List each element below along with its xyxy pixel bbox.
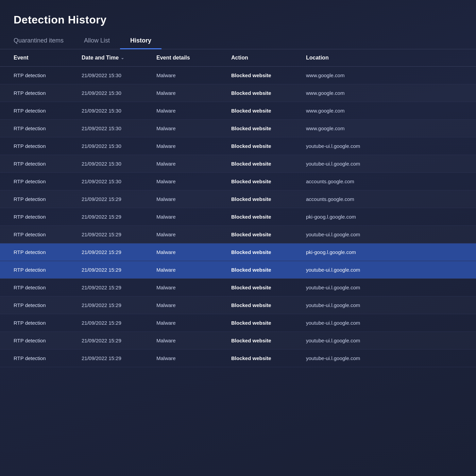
cell-event: RTP detection [14,108,82,114]
cell-action: Blocked website [231,285,306,290]
cell-action: Blocked website [231,143,306,149]
table-row[interactable]: RTP detection 21/09/2022 15:29 Malware B… [0,261,476,279]
cell-action: Blocked website [231,232,306,237]
cell-action: Blocked website [231,214,306,220]
cell-action: Blocked website [231,72,306,78]
cell-location: accounts.google.com [306,178,462,184]
cell-location: pki-goog.l.google.com [306,249,462,255]
cell-event: RTP detection [14,267,82,273]
table-row[interactable]: RTP detection 21/09/2022 15:29 Malware B… [0,332,476,350]
cell-details: Malware [156,355,231,361]
cell-datetime: 21/09/2022 15:29 [82,302,156,308]
cell-details: Malware [156,125,231,131]
cell-location: www.google.com [306,72,462,78]
cell-action: Blocked website [231,302,306,308]
cell-action: Blocked website [231,267,306,273]
cell-location: youtube-ui.l.google.com [306,320,462,326]
cell-action: Blocked website [231,338,306,343]
tabs-container: Quarantined items Allow List History [0,33,476,49]
cell-details: Malware [156,178,231,184]
cell-details: Malware [156,320,231,326]
cell-details: Malware [156,338,231,343]
cell-location: youtube-ui.l.google.com [306,143,462,149]
cell-details: Malware [156,232,231,237]
table-body: RTP detection 21/09/2022 15:30 Malware B… [0,67,476,367]
cell-action: Blocked website [231,320,306,326]
column-header-event: Event [14,55,82,61]
cell-location: www.google.com [306,125,462,131]
cell-event: RTP detection [14,125,82,131]
tab-allowlist[interactable]: Allow List [74,33,120,49]
table-row[interactable]: RTP detection 21/09/2022 15:29 Malware B… [0,279,476,296]
table-row[interactable]: RTP detection 21/09/2022 15:29 Malware B… [0,226,476,243]
column-header-datetime[interactable]: Date and Time ⌄ [82,55,156,61]
cell-location: www.google.com [306,90,462,96]
cell-event: RTP detection [14,214,82,220]
table-row[interactable]: RTP detection 21/09/2022 15:30 Malware B… [0,155,476,173]
cell-event: RTP detection [14,196,82,202]
table-row[interactable]: RTP detection 21/09/2022 15:29 Malware B… [0,314,476,332]
table-row[interactable]: RTP detection 21/09/2022 15:29 Malware B… [0,190,476,208]
table-row[interactable]: RTP detection 21/09/2022 15:30 Malware B… [0,120,476,137]
cell-details: Malware [156,285,231,290]
table-row[interactable]: RTP detection 21/09/2022 15:29 Malware B… [0,208,476,226]
cell-details: Malware [156,90,231,96]
table-row[interactable]: RTP detection 21/09/2022 15:29 Malware B… [0,350,476,367]
cell-datetime: 21/09/2022 15:29 [82,338,156,343]
cell-location: youtube-ui.l.google.com [306,355,462,361]
table-row[interactable]: RTP detection 21/09/2022 15:29 Malware B… [0,243,476,261]
cell-action: Blocked website [231,249,306,255]
cell-details: Malware [156,267,231,273]
cell-event: RTP detection [14,285,82,290]
tab-quarantined[interactable]: Quarantined items [14,33,74,49]
cell-details: Malware [156,214,231,220]
cell-details: Malware [156,249,231,255]
cell-datetime: 21/09/2022 15:30 [82,108,156,114]
cell-event: RTP detection [14,355,82,361]
cell-action: Blocked website [231,355,306,361]
cell-event: RTP detection [14,249,82,255]
cell-datetime: 21/09/2022 15:30 [82,143,156,149]
cell-location: youtube-ui.l.google.com [306,161,462,167]
table-header: Event Date and Time ⌄ Event details Acti… [0,49,476,67]
cell-datetime: 21/09/2022 15:29 [82,249,156,255]
table-row[interactable]: RTP detection 21/09/2022 15:30 Malware B… [0,84,476,102]
cell-action: Blocked website [231,108,306,114]
cell-details: Malware [156,72,231,78]
cell-action: Blocked website [231,125,306,131]
cell-datetime: 21/09/2022 15:30 [82,178,156,184]
table-row[interactable]: RTP detection 21/09/2022 15:29 Malware B… [0,296,476,314]
cell-action: Blocked website [231,178,306,184]
cell-datetime: 21/09/2022 15:29 [82,355,156,361]
cell-details: Malware [156,161,231,167]
cell-datetime: 21/09/2022 15:30 [82,125,156,131]
cell-location: pki-goog.l.google.com [306,214,462,220]
table-row[interactable]: RTP detection 21/09/2022 15:30 Malware B… [0,67,476,84]
cell-event: RTP detection [14,302,82,308]
cell-datetime: 21/09/2022 15:29 [82,232,156,237]
cell-action: Blocked website [231,90,306,96]
cell-location: youtube-ui.l.google.com [306,338,462,343]
cell-location: youtube-ui.l.google.com [306,232,462,237]
table-row[interactable]: RTP detection 21/09/2022 15:30 Malware B… [0,173,476,190]
cell-datetime: 21/09/2022 15:29 [82,320,156,326]
page-title: Detection History [0,10,476,33]
cell-details: Malware [156,108,231,114]
tab-history[interactable]: History [120,33,162,49]
datetime-label: Date and Time [82,55,119,61]
cell-event: RTP detection [14,178,82,184]
cell-event: RTP detection [14,232,82,237]
page-container: Detection History Quarantined items Allo… [0,0,476,476]
table-row[interactable]: RTP detection 21/09/2022 15:30 Malware B… [0,102,476,120]
table-row[interactable]: RTP detection 21/09/2022 15:30 Malware B… [0,137,476,155]
cell-location: www.google.com [306,108,462,114]
cell-location: youtube-ui.l.google.com [306,267,462,273]
column-header-location: Location [306,55,462,61]
cell-details: Malware [156,196,231,202]
cell-event: RTP detection [14,338,82,343]
cell-event: RTP detection [14,143,82,149]
cell-event: RTP detection [14,320,82,326]
cell-datetime: 21/09/2022 15:29 [82,267,156,273]
column-header-details: Event details [156,55,231,61]
cell-datetime: 21/09/2022 15:30 [82,90,156,96]
